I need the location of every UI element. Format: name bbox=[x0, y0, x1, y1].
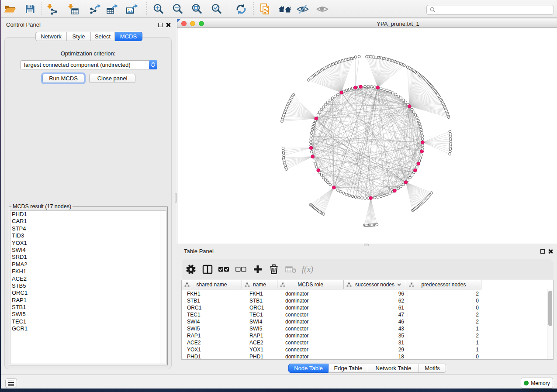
network-canvas[interactable] bbox=[177, 28, 557, 244]
zoom-fit-button[interactable] bbox=[190, 3, 204, 15]
network-node[interactable] bbox=[351, 87, 354, 89]
network-node[interactable] bbox=[394, 93, 397, 96]
zoom-out-button[interactable] bbox=[171, 3, 184, 15]
network-node[interactable] bbox=[389, 192, 391, 195]
network-node[interactable] bbox=[311, 131, 313, 134]
zoom-in-button[interactable] bbox=[152, 3, 165, 15]
network-graph[interactable] bbox=[177, 28, 557, 244]
search-input[interactable] bbox=[436, 5, 554, 14]
network-node[interactable] bbox=[402, 183, 405, 186]
network-node[interactable] bbox=[419, 157, 422, 159]
network-node[interactable] bbox=[380, 87, 382, 89]
network-node[interactable] bbox=[409, 176, 412, 179]
mcds-result-item[interactable]: FKH1 bbox=[10, 268, 166, 275]
network-node[interactable] bbox=[324, 103, 327, 106]
network-node[interactable] bbox=[366, 55, 368, 58]
mcds-result-item[interactable]: SWI5 bbox=[10, 311, 166, 318]
network-node[interactable] bbox=[285, 168, 288, 171]
memory-button[interactable]: Memory bbox=[521, 378, 553, 389]
column-header-MCDS-role[interactable]: MCDS role bbox=[277, 280, 344, 289]
network-node[interactable] bbox=[374, 86, 376, 88]
network-node[interactable] bbox=[419, 125, 422, 128]
network-node[interactable] bbox=[383, 88, 385, 90]
network-node[interactable] bbox=[282, 149, 285, 152]
mcds-result-item[interactable]: ORC1 bbox=[10, 289, 166, 296]
tab-edge-table[interactable]: Edge Table bbox=[329, 364, 368, 373]
network-node[interactable] bbox=[322, 213, 325, 216]
network-node[interactable] bbox=[310, 141, 312, 144]
network-node[interactable] bbox=[449, 150, 451, 153]
network-node[interactable] bbox=[354, 196, 357, 199]
window-maximize-icon[interactable] bbox=[199, 21, 204, 26]
mcds-hub-node[interactable] bbox=[408, 105, 412, 108]
network-node[interactable] bbox=[421, 148, 424, 150]
table-row-FKH1[interactable]: FKH1FKH1dominator962 bbox=[182, 290, 553, 297]
network-node[interactable] bbox=[449, 145, 452, 148]
mcds-hub-node[interactable] bbox=[417, 162, 420, 165]
export-image-button[interactable] bbox=[125, 3, 138, 15]
network-node[interactable] bbox=[400, 97, 402, 100]
network-node[interactable] bbox=[380, 195, 382, 198]
network-node[interactable] bbox=[449, 148, 452, 150]
network-node[interactable] bbox=[389, 90, 391, 93]
mcds-hub-node[interactable] bbox=[340, 91, 343, 94]
network-node[interactable] bbox=[367, 85, 370, 88]
network-node[interactable] bbox=[411, 174, 413, 176]
import-table-button[interactable] bbox=[66, 3, 80, 15]
mcds-hub-node[interactable] bbox=[332, 186, 336, 189]
delete-column-button[interactable] bbox=[268, 264, 280, 275]
network-node[interactable] bbox=[318, 111, 321, 113]
mcds-hub-node[interactable] bbox=[311, 155, 315, 158]
network-node[interactable] bbox=[420, 128, 422, 131]
network-node[interactable] bbox=[342, 192, 345, 195]
network-node[interactable] bbox=[313, 160, 315, 162]
tab-network[interactable]: Network bbox=[35, 32, 67, 41]
network-node[interactable] bbox=[391, 92, 394, 94]
apply-layout-button[interactable] bbox=[235, 3, 248, 15]
network-node[interactable] bbox=[421, 144, 424, 147]
column-header-successor-nodes[interactable]: successor nodes bbox=[344, 280, 406, 289]
open-session-button[interactable] bbox=[3, 3, 17, 15]
table-row-RAP1[interactable]: RAP1RAP1dominator352 bbox=[182, 332, 553, 339]
network-node[interactable] bbox=[345, 193, 348, 196]
table-row-ACE2[interactable]: ACE2ACE2connector311 bbox=[182, 339, 553, 346]
mcds-result-item[interactable]: RAP1 bbox=[10, 297, 166, 304]
mcds-hub-node[interactable] bbox=[309, 146, 313, 150]
network-node[interactable] bbox=[358, 55, 360, 58]
network-node[interactable] bbox=[450, 140, 452, 143]
export-table-button[interactable] bbox=[106, 3, 119, 15]
mcds-result-item[interactable]: PHD1 bbox=[10, 211, 166, 218]
tab-node-table[interactable]: Node Table bbox=[288, 364, 329, 373]
create-column-button[interactable] bbox=[252, 264, 263, 275]
network-node[interactable] bbox=[320, 108, 323, 111]
mcds-result-item[interactable]: GCR1 bbox=[10, 325, 166, 332]
new-network-from-selection-button[interactable] bbox=[259, 3, 272, 15]
network-node[interactable] bbox=[383, 194, 385, 197]
network-node[interactable] bbox=[326, 181, 329, 184]
network-node[interactable] bbox=[386, 193, 388, 196]
mcds-hub-node[interactable] bbox=[369, 196, 373, 200]
close-table-panel-icon[interactable] bbox=[548, 249, 553, 254]
mcds-hub-node[interactable] bbox=[354, 86, 357, 89]
table-row-PHD1[interactable]: PHD1PHD1dominator180 bbox=[182, 353, 553, 360]
network-node[interactable] bbox=[397, 187, 400, 190]
network-node[interactable] bbox=[324, 179, 327, 182]
mcds-hub-node[interactable] bbox=[404, 181, 408, 184]
network-node[interactable] bbox=[322, 106, 325, 108]
network-node[interactable] bbox=[411, 108, 413, 111]
network-node[interactable] bbox=[449, 130, 451, 133]
network-node[interactable] bbox=[449, 153, 451, 155]
network-node[interactable] bbox=[310, 135, 312, 138]
network-frame-titlebar[interactable]: YPA_prune.txt_1 bbox=[177, 19, 557, 28]
network-node[interactable] bbox=[322, 176, 325, 179]
network-node[interactable] bbox=[314, 163, 317, 165]
network-node[interactable] bbox=[416, 117, 419, 119]
network-node[interactable] bbox=[370, 86, 373, 88]
network-node[interactable] bbox=[405, 101, 407, 103]
network-node[interactable] bbox=[282, 147, 284, 150]
network-node[interactable] bbox=[310, 138, 312, 141]
mcds-result-item[interactable]: YOX1 bbox=[10, 240, 166, 247]
export-network-button[interactable] bbox=[89, 3, 102, 15]
network-node[interactable] bbox=[406, 66, 409, 69]
network-node[interactable] bbox=[348, 194, 351, 197]
